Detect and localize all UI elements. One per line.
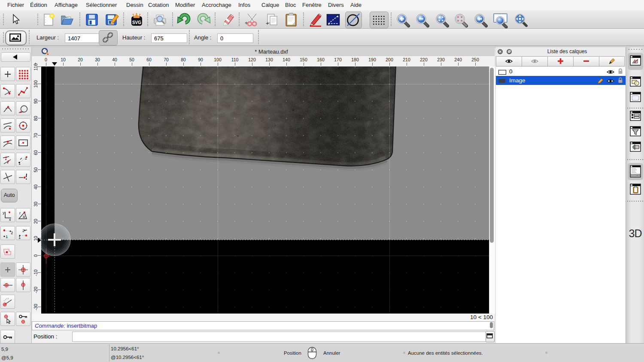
svg-text:command: command xyxy=(631,174,640,176)
svg-text:2: 2 xyxy=(22,228,24,233)
svg-text:+: + xyxy=(25,228,27,232)
svg-text:2: 2 xyxy=(11,230,13,235)
svg-text:x: x xyxy=(9,217,11,221)
svg-text:+: + xyxy=(266,20,269,27)
svg-text:y: y xyxy=(3,211,5,215)
svg-text:1: 1 xyxy=(18,161,21,166)
svg-text:+: + xyxy=(245,20,248,26)
svg-text:a: a xyxy=(23,214,25,219)
svg-text:1: 1 xyxy=(6,234,8,239)
svg-text:2: 2 xyxy=(25,156,27,160)
svg-text:SVG: SVG xyxy=(132,20,141,25)
svg-text:r: r xyxy=(19,211,21,215)
svg-text:1: 1 xyxy=(18,235,21,239)
